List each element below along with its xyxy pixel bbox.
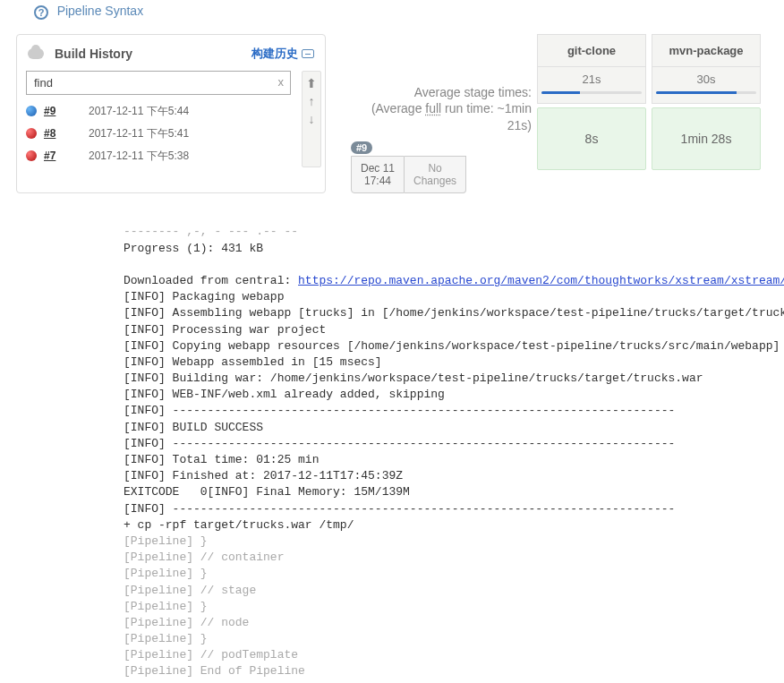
stage-view: Average stage times: (Average full run t… xyxy=(335,34,784,194)
build-row[interactable]: #7 2017-12-11 下午5:38 xyxy=(26,145,291,167)
status-ball-blue-icon xyxy=(26,106,37,116)
build-number-link[interactable]: #9 xyxy=(44,105,89,117)
jump-top-icon[interactable]: ⬆ xyxy=(306,77,317,90)
stage-run-cell[interactable]: 8s xyxy=(537,107,646,170)
build-time: 2017-12-11 下午5:44 xyxy=(89,104,189,119)
history-nav-arrows: ⬆ ↑ ↓ xyxy=(302,71,321,167)
arrow-up-icon[interactable]: ↑ xyxy=(309,95,315,107)
run-date-box[interactable]: Dec 11 17:44 xyxy=(351,156,405,193)
average-stage-times-label: Average stage times: (Average full run t… xyxy=(335,84,532,135)
pipeline-syntax-link[interactable]: Pipeline Syntax xyxy=(57,4,144,18)
status-ball-red-icon xyxy=(26,128,37,139)
clear-search-icon[interactable]: x xyxy=(278,75,285,89)
build-row[interactable]: #8 2017-12-11 下午5:41 xyxy=(26,123,291,145)
status-ball-red-icon xyxy=(26,150,37,161)
trend-link[interactable]: 构建历史 xyxy=(251,46,314,62)
history-search-row: x xyxy=(26,71,291,95)
build-time: 2017-12-11 下午5:41 xyxy=(89,126,189,141)
build-time: 2017-12-11 下午5:38 xyxy=(89,149,189,164)
pipeline-syntax-row: ? Pipeline Syntax xyxy=(0,0,784,27)
run-changes-box[interactable]: No Changes xyxy=(405,156,466,193)
downloaded-url-link[interactable]: https://repo.maven.apache.org/maven2/com… xyxy=(298,274,784,287)
console-output: -------- ,-, - --- .-- -- Progress (1): … xyxy=(0,193,784,683)
build-history-header: Build History 构建历史 xyxy=(17,42,325,71)
stage-header: mvn-package xyxy=(652,34,761,67)
build-number-link[interactable]: #7 xyxy=(44,149,89,162)
stage-header: git-clone xyxy=(537,34,646,67)
collapse-icon[interactable] xyxy=(302,49,314,58)
stage-run-cell[interactable]: 1min 28s xyxy=(652,107,761,170)
build-history-panel: Build History 构建历史 x #9 2017-12-11 下午5:4… xyxy=(16,34,326,194)
progress-bar xyxy=(656,91,737,94)
weather-icon xyxy=(28,48,44,59)
progress-bar xyxy=(541,91,580,94)
help-icon[interactable]: ? xyxy=(34,5,48,20)
stage-column-mvn-package: mvn-package 30s 1min 28s xyxy=(652,34,761,194)
history-search-input[interactable] xyxy=(26,71,291,95)
stage-column-git-clone: git-clone 21s 8s xyxy=(537,34,646,194)
stage-avg-cell: 30s xyxy=(652,67,761,104)
stage-avg-cell: 21s xyxy=(537,67,646,104)
build-history-title: Build History xyxy=(55,47,251,61)
arrow-down-icon[interactable]: ↓ xyxy=(309,113,315,125)
build-row[interactable]: #9 2017-12-11 下午5:44 xyxy=(26,100,291,123)
build-number-link[interactable]: #8 xyxy=(44,127,89,140)
run-tag[interactable]: #9 xyxy=(351,141,372,154)
